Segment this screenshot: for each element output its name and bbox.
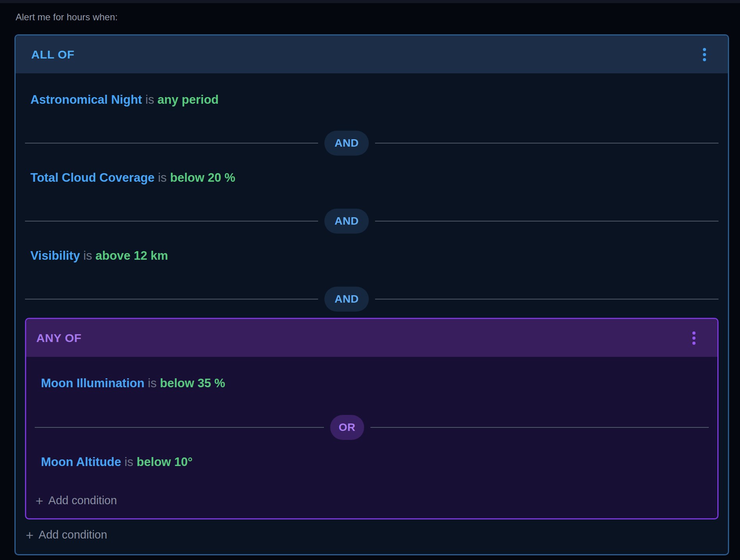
group-operator-label: ALL OF <box>31 48 75 61</box>
divider-line <box>375 143 719 144</box>
divider-line <box>370 427 709 428</box>
condition-row[interactable]: Visibility is above 12 km <box>30 250 709 262</box>
condition-value[interactable]: below 10° <box>137 455 192 469</box>
condition-value[interactable]: below 20 % <box>170 171 235 184</box>
divider-line <box>375 299 719 299</box>
condition-row[interactable]: Moon Illumination is below 35 % <box>41 377 699 390</box>
divider-line <box>25 221 318 222</box>
and-joiner-pill[interactable]: AND <box>324 287 369 312</box>
divider-line <box>35 427 324 428</box>
add-condition-label: Add condition <box>39 528 107 541</box>
condition-row[interactable]: Total Cloud Coverage is below 20 % <box>30 172 709 184</box>
condition-verb: is <box>125 455 133 469</box>
page-title: Alert me for hours when: <box>16 12 740 23</box>
condition-value[interactable]: any period <box>158 93 219 106</box>
condition-verb: is <box>146 93 154 106</box>
plus-icon: + <box>36 495 43 507</box>
condition-group-any-of: ANY OF Moon Illumination is below 35 % O… <box>25 318 719 519</box>
joiner-divider: AND <box>25 287 719 312</box>
condition-verb: is <box>158 171 167 184</box>
and-joiner-pill[interactable]: AND <box>324 209 369 234</box>
condition-verb: is <box>148 376 157 390</box>
joiner-divider: AND <box>25 131 719 156</box>
divider-line <box>25 299 318 299</box>
add-condition-label: Add condition <box>48 494 117 507</box>
condition-field[interactable]: Visibility <box>30 249 80 262</box>
window-edge-strip <box>0 0 740 3</box>
group-header-all-of: ALL OF <box>16 35 728 73</box>
divider-line <box>25 143 318 144</box>
divider-line <box>375 221 719 222</box>
group-body-any-of: Moon Illumination is below 35 % OR Moon … <box>26 377 717 507</box>
or-joiner-pill[interactable]: OR <box>330 415 364 440</box>
condition-verb: is <box>84 249 92 262</box>
group-header-any-of: ANY OF <box>26 319 717 357</box>
kebab-menu-icon[interactable] <box>690 328 698 349</box>
kebab-menu-icon[interactable] <box>701 44 708 65</box>
plus-icon: + <box>26 529 34 541</box>
condition-row[interactable]: Moon Altitude is below 10° <box>41 456 699 468</box>
group-operator-label: ANY OF <box>36 331 82 345</box>
condition-field[interactable]: Total Cloud Coverage <box>30 171 155 184</box>
condition-field[interactable]: Moon Altitude <box>41 455 121 469</box>
joiner-divider: OR <box>35 415 709 440</box>
add-condition-button[interactable]: + Add condition <box>36 494 117 507</box>
condition-value[interactable]: below 35 % <box>160 376 225 390</box>
group-body-all-of: Astronomical Night is any period AND Tot… <box>16 94 728 541</box>
condition-value[interactable]: above 12 km <box>96 249 168 262</box>
condition-field[interactable]: Moon Illumination <box>41 376 144 390</box>
add-condition-button[interactable]: + Add condition <box>26 528 107 541</box>
and-joiner-pill[interactable]: AND <box>324 131 369 156</box>
condition-row[interactable]: Astronomical Night is any period <box>30 94 709 106</box>
joiner-divider: AND <box>25 209 719 234</box>
condition-group-all-of: ALL OF Astronomical Night is any period … <box>14 34 729 555</box>
condition-field[interactable]: Astronomical Night <box>30 93 142 106</box>
